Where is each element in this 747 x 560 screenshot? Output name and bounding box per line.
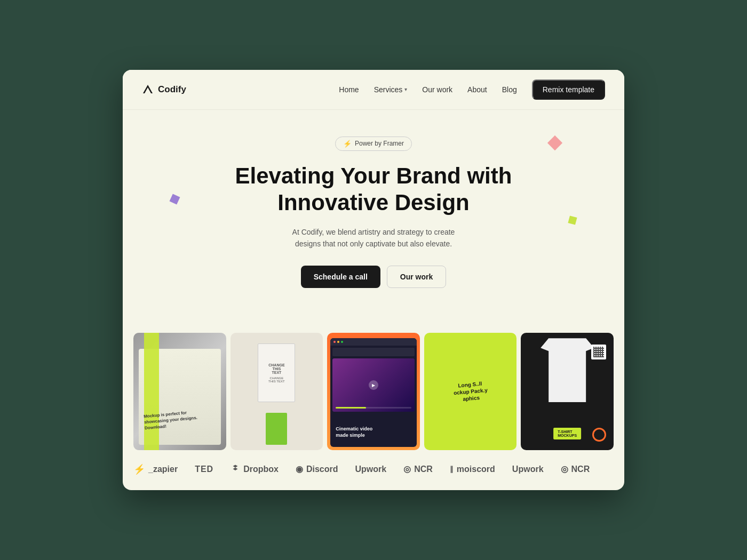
video-caption: Cinematic videomade simple	[336, 426, 372, 438]
schedule-call-button[interactable]: Schedule a call	[301, 266, 380, 288]
gallery-item-4: Long S..llockup Pack.yaphics	[424, 333, 517, 450]
tshirt-shape	[541, 338, 594, 402]
tshirt-text-overlay: Long S..llockup Pack.yaphics	[452, 380, 488, 403]
ncr-icon: ◎	[403, 464, 411, 474]
decorative-diamond-green	[568, 215, 577, 225]
brand-ted: TED	[195, 465, 213, 474]
chevron-down-icon: ▾	[404, 86, 407, 92]
hero-title: Elevating Your Brand with Innovative Des…	[235, 163, 512, 217]
brand-discord: ◉ Discord	[296, 464, 338, 474]
framer-icon: ⚡	[343, 140, 352, 148]
gallery-item-1: Mockup is perfect forshowcasing your des…	[133, 333, 226, 450]
gallery-item-3: ▶ Cinematic videomade simple	[327, 333, 420, 450]
gallery-item-5: T-SHIRTMOCKUPS	[521, 333, 614, 450]
toolbar-placeholder	[332, 348, 415, 356]
topbar	[330, 338, 417, 346]
nav-ourwork[interactable]: Our work	[422, 85, 452, 94]
qr-code-block	[591, 345, 606, 359]
gallery-item-2: CHANGETHISTEXT CHANGETHIS TEXT	[231, 333, 323, 450]
nav-services[interactable]: Services ▾	[374, 85, 408, 94]
ncr-icon-2: ◎	[561, 464, 568, 474]
package-label: CHANGETHISTEXT CHANGETHIS TEXT	[258, 343, 295, 402]
brand-ncr-2: ◎ NCR	[561, 464, 590, 474]
nav-blog[interactable]: Blog	[502, 85, 517, 94]
badge-text: Power by Framer	[355, 140, 404, 147]
remix-template-button[interactable]: Remix template	[532, 79, 605, 100]
nav-about[interactable]: About	[467, 85, 487, 94]
hero-section: ⚡ Power by Framer Elevating Your Brand w…	[123, 110, 624, 333]
browser-window: Codify Home Services ▾ Our work About Bl…	[123, 70, 624, 491]
tshirt-mockup-label: T-SHIRTMOCKUPS	[553, 428, 581, 439]
discord-icon: ◉	[296, 464, 303, 474]
video-content: ▶	[330, 346, 417, 414]
strap-decoration	[144, 333, 159, 450]
logo[interactable]: Codify	[142, 84, 186, 95]
brand-upwork-1: Upwork	[355, 465, 387, 474]
navbar: Codify Home Services ▾ Our work About Bl…	[123, 70, 624, 110]
hero-buttons: Schedule a call Our work	[142, 266, 605, 288]
gallery: Mockup is perfect forshowcasing your des…	[123, 333, 624, 450]
accent-block	[266, 413, 287, 445]
dropbox-icon	[231, 463, 240, 475]
brand-zapier: ⚡ _zapier	[133, 463, 178, 475]
dot-yellow	[337, 341, 339, 343]
brand-upwork-2: Upwork	[512, 465, 544, 474]
play-icon: ▶	[369, 380, 378, 390]
brand-dropbox: Dropbox	[231, 463, 279, 475]
logo-icon	[142, 84, 154, 95]
video-thumbnail: ▶	[332, 358, 415, 412]
circle-decoration	[592, 428, 606, 442]
hero-subtitle: At Codify, we blend artistry and strateg…	[283, 226, 464, 250]
our-work-button[interactable]: Our work	[387, 266, 446, 288]
decorative-diamond-purple	[170, 194, 180, 204]
nav-links: Home Services ▾ Our work About Blog Remi…	[339, 79, 605, 100]
brand-moiscord: ∥ moiscord	[450, 465, 495, 474]
logo-text: Codify	[158, 84, 186, 95]
brands-bar: ⚡ _zapier TED Dropbox ◉ Discord Upwork ◎…	[123, 450, 624, 490]
brand-ncr-1: ◎ NCR	[403, 464, 433, 474]
zapier-icon: ⚡	[133, 463, 145, 475]
hero-badge: ⚡ Power by Framer	[335, 137, 412, 151]
ui-mockup: ▶ Cinematic videomade simple	[330, 338, 417, 447]
dot-green	[341, 341, 343, 343]
decorative-diamond-pink	[547, 135, 562, 150]
nav-home[interactable]: Home	[339, 85, 359, 94]
progress-bar	[336, 407, 411, 409]
dot-red	[333, 341, 336, 343]
